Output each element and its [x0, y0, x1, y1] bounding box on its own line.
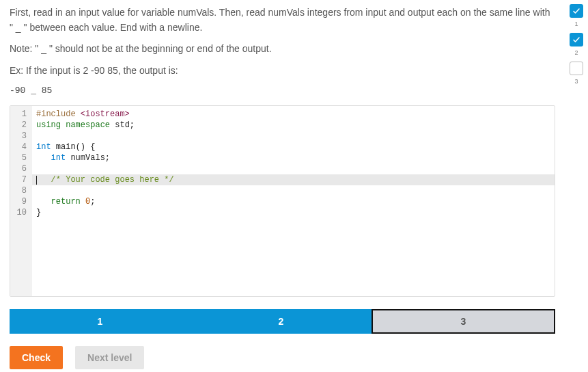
- code-token: }: [36, 208, 41, 217]
- code-token: [36, 175, 51, 185]
- code-line[interactable]: [36, 131, 555, 142]
- code-token: /* Your code goes here */: [51, 175, 174, 185]
- code-token: numVals: [70, 153, 104, 163]
- code-token: [81, 197, 85, 207]
- code-token: int: [51, 153, 66, 163]
- example-output: -90 _ 85: [10, 85, 555, 96]
- check-button[interactable]: Check: [10, 346, 63, 369]
- progress-label: 3: [574, 78, 578, 85]
- code-token: main: [56, 142, 76, 152]
- code-line[interactable]: [36, 185, 555, 196]
- code-token: [51, 142, 56, 152]
- line-number: 4: [10, 142, 28, 152]
- code-editor[interactable]: 12345678910 #include <iostream>using nam…: [10, 105, 555, 297]
- line-number: 5: [10, 152, 28, 163]
- level-tab-2[interactable]: 2: [191, 309, 372, 334]
- code-token: ;: [105, 153, 110, 163]
- code-token: #include: [36, 109, 76, 119]
- code-area[interactable]: #include <iostream>using namespace std;i…: [32, 106, 555, 296]
- instruction-line-1: First, read in an input value for variab…: [10, 5, 555, 35]
- instruction-line-2: Note: " _ " should not be at the beginni…: [10, 42, 555, 57]
- progress-label: 2: [574, 49, 578, 56]
- code-token: using: [36, 120, 61, 130]
- code-token: [36, 197, 51, 207]
- code-token: int: [36, 142, 51, 152]
- progress-checked-icon[interactable]: [570, 4, 583, 18]
- code-token: [36, 153, 51, 163]
- code-token: std: [115, 120, 130, 130]
- line-number: 3: [10, 131, 28, 142]
- progress-unchecked-icon[interactable]: [570, 62, 583, 75]
- line-number: 1: [10, 109, 28, 120]
- line-number: 9: [10, 196, 28, 207]
- code-token: ;: [90, 197, 95, 207]
- progress-checked-icon[interactable]: [570, 33, 583, 46]
- level-tab-1[interactable]: 1: [10, 309, 191, 334]
- next-level-button: Next level: [75, 346, 144, 369]
- line-number-gutter: 12345678910: [10, 106, 32, 296]
- code-token: return: [51, 197, 81, 207]
- line-number: 2: [10, 120, 28, 131]
- code-line[interactable]: [36, 163, 555, 174]
- code-token: ;: [130, 120, 135, 130]
- level-tab-3[interactable]: 3: [372, 309, 555, 334]
- code-line[interactable]: #include <iostream>: [36, 109, 555, 120]
- code-token: namespace: [66, 120, 110, 130]
- code-token: () {: [76, 142, 96, 152]
- line-number: 7: [10, 174, 28, 185]
- instructions: First, read in an input value for variab…: [10, 5, 555, 79]
- code-line[interactable]: int main() {: [36, 142, 555, 152]
- code-line[interactable]: int numVals;: [36, 152, 555, 163]
- progress-sidebar: 123: [565, 0, 588, 372]
- progress-label: 1: [574, 21, 578, 27]
- line-number: 10: [10, 207, 28, 218]
- line-number: 6: [10, 163, 28, 174]
- line-number: 8: [10, 185, 28, 196]
- code-line[interactable]: return 0;: [36, 196, 555, 207]
- code-token: [76, 109, 81, 119]
- code-line[interactable]: }: [36, 207, 555, 218]
- instruction-line-3: Ex: If the input is 2 -90 85, the output…: [10, 64, 555, 79]
- code-line[interactable]: using namespace std;: [36, 120, 555, 131]
- code-line[interactable]: /* Your code goes here */: [32, 174, 555, 185]
- level-progress-bar: 123: [10, 309, 555, 334]
- code-token: <iostream>: [81, 109, 130, 119]
